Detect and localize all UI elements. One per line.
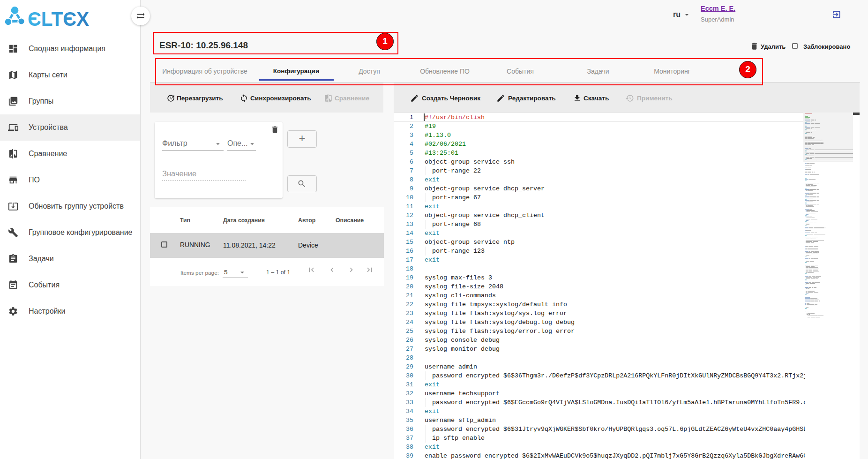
svg-text:ЄLTЄX: ЄLTЄX: [28, 8, 89, 29]
